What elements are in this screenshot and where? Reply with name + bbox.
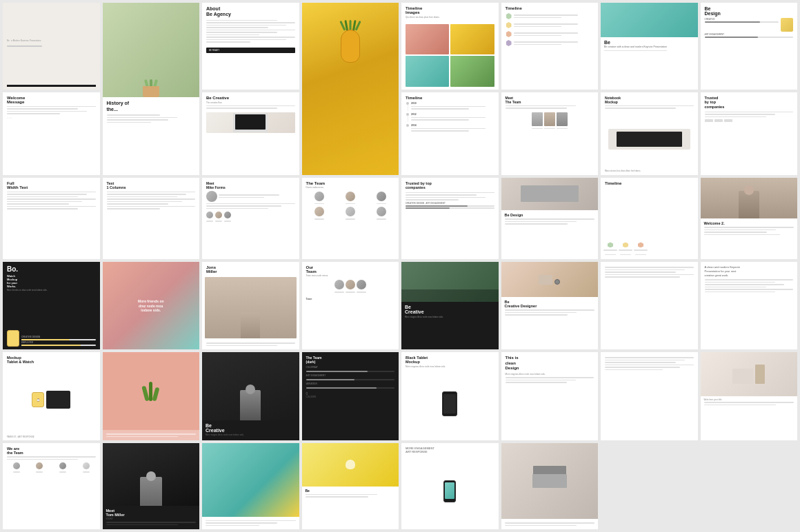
slide-label: Be · a Modern Business Presentation bbox=[7, 39, 96, 42]
slides-grid: Be · a Modern Business Presentation Hist… bbox=[0, 0, 800, 532]
slide-cover[interactable]: Be · a Modern Business Presentation bbox=[3, 3, 100, 90]
slide-our-team[interactable]: OurTeam Team sinos node meros. Team bbox=[302, 262, 399, 349]
slide-timeline-images[interactable]: TimelineImages Qia sfnore ias deas plum … bbox=[401, 3, 499, 90]
slide-be-creative-person[interactable]: BeCreative More magna dleox node moa lod… bbox=[202, 352, 299, 440]
slide-about-agency[interactable]: AboutBe Agency BE READY bbox=[202, 3, 299, 90]
slide-welcome[interactable]: WelcomeMessage ○ ○ ○ bbox=[3, 92, 100, 175]
slide-be[interactable]: Be Be creative with a clean and modern K… bbox=[601, 3, 698, 90]
slide-history[interactable]: History ofthe... bbox=[103, 3, 200, 175]
slide-laptop-tech[interactable] bbox=[501, 443, 599, 529]
history-title: History ofthe... bbox=[107, 101, 196, 112]
slide-cover-pink[interactable]: More friends ondraz node moalodane sids. bbox=[103, 262, 200, 349]
slide-timeline-list[interactable]: Timeline 2010 2012 bbox=[401, 92, 499, 175]
slide-be-creative-dark[interactable]: BeCreative More magna dleox node moa lod… bbox=[401, 262, 499, 349]
slide-full-text[interactable]: FullWidth Text bbox=[3, 178, 100, 260]
slide-black-tablet[interactable]: Black TabletMockup Mote magmas dleox nod… bbox=[401, 352, 499, 440]
slide-be-creative[interactable]: Be Creative The creative flow bbox=[202, 92, 299, 175]
slide-meet-tom[interactable]: MeetTom Miller STORY bbox=[103, 443, 200, 529]
slide-jons-miller[interactable]: JonsMiller bbox=[202, 262, 299, 349]
slide-phone-mockup[interactable]: MORE ENGAGEMENTART RESPONSE bbox=[401, 443, 499, 529]
welcome-title: WelcomeMessage bbox=[7, 96, 96, 104]
slide-pineapple-small[interactable] bbox=[202, 443, 299, 529]
slide-timeline-hex[interactable]: Timeline bbox=[501, 3, 599, 90]
slide-the-team[interactable]: The Team Donec noda meros. bbox=[302, 178, 399, 260]
slide-notebook[interactable]: NotebookMockup Mara stones boc-deas dlam… bbox=[601, 92, 698, 175]
slide-we-are-team[interactable]: We arethe Team bbox=[3, 443, 100, 529]
slide-pineapple[interactable] bbox=[302, 3, 399, 175]
timeline-hex-title: Timeline bbox=[506, 6, 594, 10]
slide-be-creative-extra[interactable] bbox=[601, 352, 698, 440]
about-title: AboutBe Agency bbox=[206, 6, 295, 18]
slide-clean-design[interactable]: This iscleanDesign More magmas dleox nod… bbox=[501, 352, 599, 440]
slide-bo-dark[interactable]: Bo. WatchMockupfor yourWorks. More frien… bbox=[3, 262, 100, 349]
slide-welcome-photo[interactable]: Welcome 2. bbox=[701, 178, 798, 260]
slide-coral-plant[interactable] bbox=[103, 352, 200, 440]
slide-full-text-2[interactable] bbox=[601, 262, 698, 349]
slide-be-design-top[interactable]: BeDesign CREATIVE ART ENGAGEMENT bbox=[701, 3, 798, 90]
slide-text-1col[interactable]: Text1 Columns bbox=[103, 178, 200, 260]
slide-team-dark[interactable]: The Team(dark) COLORWAY ART ENGAGEMENT V… bbox=[302, 352, 399, 440]
slide-write-title[interactable]: Write here your title. bbox=[701, 352, 798, 440]
slide-mockup-tablet-watch[interactable]: MockupTablet & Watch ⌚ PARIS ST. / ART R… bbox=[3, 352, 100, 440]
slide-meet-mike[interactable]: MeetMike Forms bbox=[202, 178, 299, 260]
slide-timeline-bottom[interactable]: Timeline bbox=[601, 178, 698, 260]
slide-trusted-right[interactable]: Trusted by topcompanies CREATIVE DESIGN … bbox=[401, 178, 499, 260]
our-team-label: Team bbox=[302, 296, 399, 303]
slide-trusted-top[interactable]: Trustedby topcompanies bbox=[701, 92, 798, 175]
slide-creative-designer[interactable]: BeCreative Designer bbox=[501, 262, 599, 349]
timeline-images-title: TimelineImages bbox=[406, 6, 494, 14]
slide-keynote-text[interactable]: A clean and modern KeynotePresentation f… bbox=[701, 262, 798, 349]
slide-be-light[interactable]: Be bbox=[302, 443, 399, 529]
slide-be-design-bottom[interactable]: Be Design bbox=[501, 178, 599, 260]
slide-meet-team[interactable]: MeetThe Team bbox=[501, 92, 599, 175]
